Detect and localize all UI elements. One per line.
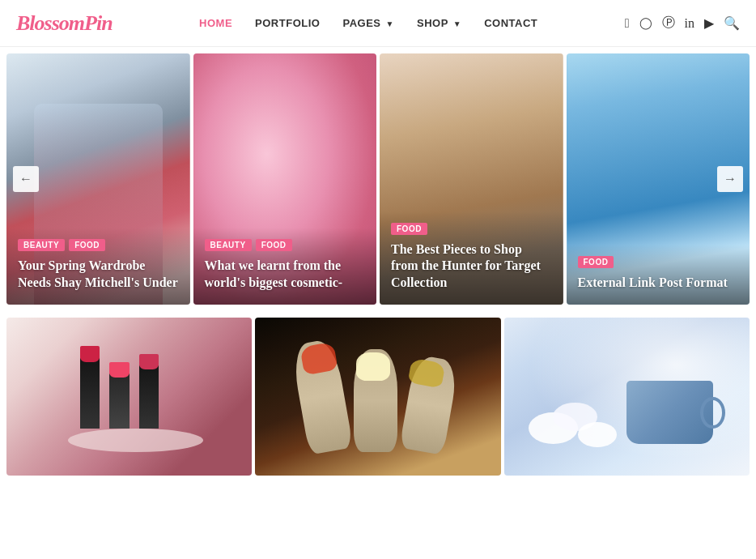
- bottom-card-2[interactable]: [255, 318, 500, 476]
- main-nav: HOME PORTFOLIO PAGES ▼ SHOP ▼ CONTACT: [199, 17, 537, 29]
- slide-4-overlay: FOOD External Link Post Format: [567, 245, 750, 305]
- slide-3-tags: FOOD: [391, 223, 552, 235]
- slide-4-tags: FOOD: [578, 256, 739, 268]
- shop-chevron-icon: ▼: [453, 19, 461, 28]
- tag-beauty-1: BEAUTY: [18, 239, 65, 251]
- tag-food-3: FOOD: [391, 223, 427, 235]
- nav-home[interactable]: HOME: [199, 17, 232, 29]
- bottom-card-3[interactable]: [504, 318, 750, 476]
- linkedin-icon[interactable]: in: [685, 16, 694, 31]
- slide-3-title: The Best Pieces to Shop from the Hunter …: [391, 241, 552, 292]
- prev-slide-button[interactable]: ←: [13, 166, 39, 192]
- youtube-icon[interactable]: ▶: [704, 15, 714, 31]
- slide-2-tags: BEAUTY FOOD: [205, 239, 366, 251]
- nav-portfolio[interactable]: PORTFOLIO: [255, 17, 320, 29]
- slide-1-overlay: BEAUTY FOOD Your Spring Wardrobe Needs S…: [6, 228, 190, 305]
- nav-contact[interactable]: CONTACT: [484, 17, 537, 29]
- logo-pink: Pin: [84, 11, 113, 35]
- bottom-card-1-image: [6, 318, 252, 476]
- social-icons:  ◯ Ⓟ in ▶ 🔍: [625, 15, 740, 32]
- tag-food-4: FOOD: [578, 256, 614, 268]
- tag-beauty-2: BEAUTY: [205, 239, 252, 251]
- bottom-card-3-image: [504, 318, 750, 476]
- search-icon[interactable]: 🔍: [724, 15, 740, 31]
- slide-1-title: Your Spring Wardrobe Needs Shay Mitchell…: [18, 258, 179, 292]
- nav-pages[interactable]: PAGES ▼: [342, 17, 394, 29]
- slide-card-3[interactable]: FOOD The Best Pieces to Shop from the Hu…: [380, 53, 563, 305]
- slide-card-2[interactable]: BEAUTY FOOD What we learnt from the worl…: [193, 53, 377, 305]
- tag-food-2: FOOD: [256, 239, 292, 251]
- site-logo[interactable]: BlossomPin: [16, 11, 113, 36]
- logo-black: Blossom: [16, 11, 84, 35]
- bottom-card-1[interactable]: [6, 318, 252, 476]
- hero-slider: ← BEAUTY FOOD Your Spring Wardrobe Needs…: [0, 53, 756, 305]
- pages-chevron-icon: ▼: [386, 19, 394, 28]
- next-slide-button[interactable]: →: [717, 166, 743, 192]
- facebook-icon[interactable]: : [625, 16, 630, 31]
- slide-2-title: What we learnt from the world's biggest …: [205, 258, 366, 292]
- bottom-card-2-image: [255, 318, 500, 476]
- slide-2-overlay: BEAUTY FOOD What we learnt from the worl…: [193, 228, 377, 305]
- slide-1-tags: BEAUTY FOOD: [18, 239, 179, 251]
- pinterest-icon[interactable]: Ⓟ: [662, 15, 675, 32]
- tag-food-1: FOOD: [69, 239, 105, 251]
- nav-shop[interactable]: SHOP ▼: [417, 17, 461, 29]
- slide-4-title: External Link Post Format: [578, 275, 739, 292]
- slide-3-overlay: FOOD The Best Pieces to Shop from the Hu…: [380, 211, 563, 305]
- instagram-icon[interactable]: ◯: [639, 16, 652, 30]
- site-header: BlossomPin HOME PORTFOLIO PAGES ▼ SHOP ▼…: [0, 0, 756, 47]
- bottom-cards-grid: [0, 311, 756, 476]
